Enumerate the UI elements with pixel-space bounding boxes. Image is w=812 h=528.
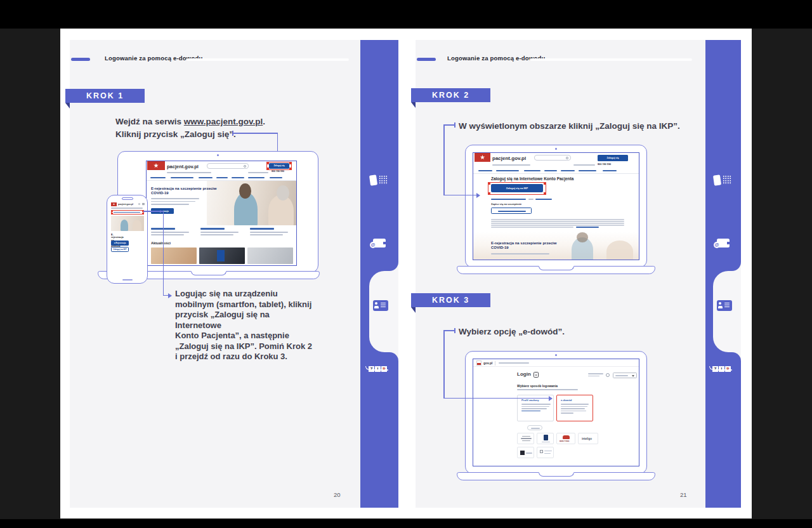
text-line bbox=[151, 198, 199, 199]
ikp-login-screenshot: pacjent.gov.pl Zaloguj się 800 190 590 Z… bbox=[473, 152, 639, 260]
nurse-head bbox=[239, 183, 251, 199]
site-domain: pacjent.gov.pl bbox=[492, 155, 526, 161]
news-thumbnail bbox=[151, 248, 197, 264]
ewallet-icon: @ bbox=[714, 237, 731, 251]
id-card-icon[interactable] bbox=[373, 300, 388, 311]
bank-logo-card bbox=[537, 433, 554, 444]
eagle-icon bbox=[113, 203, 115, 206]
site-domain: pacjent.gov.pl bbox=[167, 164, 199, 169]
mobile-login-note: Logując się na urządzeniu mobilnym (smar… bbox=[175, 289, 315, 362]
notch-curve-bottom bbox=[731, 352, 741, 361]
fine-print-line bbox=[491, 221, 624, 222]
zip-logo: ZIP bbox=[712, 362, 731, 373]
laptop-camera-dot bbox=[555, 354, 557, 356]
govpl-flag-logo bbox=[476, 360, 481, 366]
fine-print-link bbox=[576, 227, 599, 228]
hero-photo bbox=[207, 181, 297, 225]
text-line bbox=[492, 164, 530, 166]
ewallet-icon: @ bbox=[370, 237, 387, 251]
text-line bbox=[499, 362, 529, 364]
choose-method-heading: Wybierz sposób logowania bbox=[517, 384, 558, 388]
zip-tagline bbox=[369, 369, 388, 371]
card-title: e-dowód bbox=[561, 399, 572, 402]
phone-speaker bbox=[122, 197, 133, 200]
connector-line bbox=[443, 398, 550, 399]
text-line bbox=[250, 232, 288, 233]
phone-home-bar bbox=[122, 279, 133, 280]
connector-line bbox=[443, 124, 455, 126]
laptop-base bbox=[457, 266, 655, 274]
side-tab-strip: @ ZIP bbox=[360, 40, 398, 508]
patient-figure bbox=[133, 220, 141, 231]
site-domain: pacjent.gov.pl bbox=[118, 203, 133, 206]
text-line bbox=[528, 199, 534, 200]
laptop-base bbox=[457, 472, 655, 480]
text-line bbox=[151, 201, 195, 202]
link-text bbox=[535, 199, 552, 200]
eagle-icon bbox=[154, 163, 159, 168]
inteligo-card: inteligo bbox=[578, 433, 598, 444]
site-login-button: Zaloguj się bbox=[598, 155, 628, 161]
bank-logo-card bbox=[517, 433, 534, 444]
bank-label: Bank Pekao bbox=[560, 440, 569, 442]
notch-curve-bottom bbox=[388, 352, 398, 361]
bank-logo-card bbox=[517, 447, 534, 458]
connector-line bbox=[443, 195, 478, 196]
notch-curve-top bbox=[731, 262, 741, 271]
side-tab-strip: @ ZIP bbox=[705, 40, 741, 508]
active-tab-notch bbox=[713, 271, 741, 352]
pacjent-logo bbox=[147, 161, 165, 170]
phone-code-icon bbox=[714, 173, 731, 187]
text-line bbox=[250, 234, 283, 235]
fine-print-line bbox=[491, 227, 573, 228]
step-1-badge: KROK 1 bbox=[65, 89, 145, 103]
step-2-badge: KROK 2 bbox=[411, 88, 490, 102]
phone-screen: pacjent.gov.pl E-rejestracja na szczepie… bbox=[111, 202, 145, 279]
text-line bbox=[200, 232, 239, 233]
card-title: Profil zaufany bbox=[521, 399, 539, 402]
text-line bbox=[167, 172, 211, 173]
pacjent-logo bbox=[475, 153, 490, 162]
header-rule bbox=[187, 58, 349, 61]
top-letterbox bbox=[0, 0, 812, 29]
column-heading bbox=[200, 228, 225, 230]
fine-print-line bbox=[491, 223, 624, 224]
globe-icon bbox=[606, 373, 610, 377]
zip-logo: ZIP bbox=[369, 362, 387, 373]
site-search-input bbox=[207, 163, 249, 169]
text-line bbox=[151, 232, 189, 233]
step-1-badge-fold bbox=[65, 103, 70, 109]
notch-curve-top bbox=[388, 262, 398, 271]
phone-code-icon bbox=[370, 173, 388, 187]
thumbnail-accent bbox=[217, 250, 225, 261]
pekao-bison-logo bbox=[563, 435, 570, 439]
ikp-heading: Zaloguj się na Internetowe Konto Pacjent… bbox=[491, 176, 573, 182]
column-heading bbox=[250, 228, 274, 230]
pacjent-url-link[interactable]: www.pacjent.gov.pl bbox=[184, 117, 263, 126]
patient-figure bbox=[606, 241, 633, 260]
page-right: Logowanie za pomocą e-dowodu KROK 2 W wy… bbox=[416, 40, 741, 508]
laptop-illustration-2: pacjent.gov.pl Zaloguj się 800 190 590 Z… bbox=[465, 145, 647, 268]
document-spread: Logowanie za pomocą e-dowodu KROK 1 Wejd… bbox=[60, 29, 752, 518]
connector-line bbox=[443, 330, 455, 331]
link-text bbox=[491, 199, 526, 200]
zip-tagline bbox=[712, 369, 732, 371]
bank-label: inteligo bbox=[582, 437, 592, 440]
signup-label: Zapisz się na szczepienie bbox=[491, 202, 521, 205]
laptop-base-notch bbox=[539, 472, 574, 477]
laptop-camera-dot bbox=[555, 148, 557, 150]
laptop-camera-dot bbox=[217, 154, 219, 156]
connector-arrow-right bbox=[168, 293, 172, 298]
page-number: 20 bbox=[334, 491, 341, 498]
divider bbox=[495, 361, 495, 366]
header-dash bbox=[71, 58, 90, 61]
site-search-input bbox=[534, 155, 571, 161]
step-3-instruction: Wybierz opcję „e-dowód”. bbox=[459, 326, 565, 338]
bottom-letterbox bbox=[0, 519, 812, 528]
connector-arrow-right bbox=[476, 193, 480, 198]
connector-arrow-right bbox=[549, 396, 553, 401]
login-heading: Login bbox=[517, 371, 531, 377]
id-card-icon[interactable] bbox=[717, 300, 732, 311]
step-2-badge-fold bbox=[411, 102, 416, 108]
header-rule bbox=[530, 58, 692, 61]
